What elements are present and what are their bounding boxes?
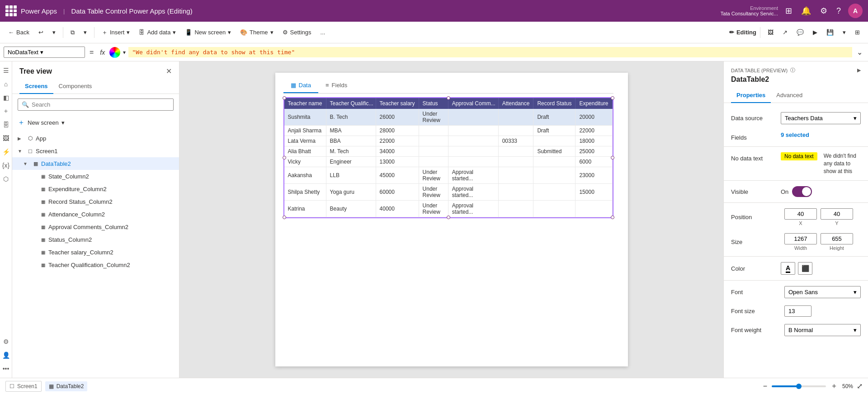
handle-tl[interactable]: [283, 96, 286, 100]
new-screen-button[interactable]: 📱 New screen ▾: [181, 27, 235, 38]
preview-icon[interactable]: 🖼: [764, 27, 777, 38]
datasource-dropdown[interactable]: Teachers Data ▾: [781, 112, 861, 124]
color-wheel-icon[interactable]: [109, 47, 120, 58]
settings-button[interactable]: ⚙ Settings: [279, 27, 315, 38]
home-icon[interactable]: ⌂: [0, 79, 11, 89]
fill-color-button[interactable]: ⬛: [798, 262, 812, 275]
components-icon[interactable]: ⬡: [0, 174, 11, 184]
tab-components[interactable]: Components: [53, 79, 98, 94]
data-icon[interactable]: 🗄: [0, 119, 11, 130]
handle-ml[interactable]: [283, 156, 286, 159]
settings-bottom-icon[interactable]: ⚙: [0, 336, 11, 347]
property-selector[interactable]: NoDataText ▾: [4, 47, 85, 58]
back-button[interactable]: ← Back: [5, 27, 33, 38]
media-icon[interactable]: 🖼: [0, 133, 11, 144]
tree-item-screen1[interactable]: ▼ □ Screen1: [12, 145, 179, 157]
data-table-container: ▦ Data ≡ Fields: [283, 78, 613, 218]
size-width-input[interactable]: [784, 233, 817, 244]
user-bottom-icon[interactable]: 👤: [0, 350, 11, 361]
font-dropdown[interactable]: Open Sans ▾: [784, 286, 861, 298]
tree-item-app[interactable]: ▶ ⬡ App: [12, 132, 179, 145]
tree-close-button[interactable]: ✕: [166, 67, 172, 75]
fit-screen-button[interactable]: ⤢: [857, 382, 863, 390]
notification-icon[interactable]: 🔔: [799, 4, 813, 18]
size-height-input[interactable]: [821, 233, 853, 244]
handle-tc[interactable]: [447, 96, 450, 100]
undo-button[interactable]: ↩: [35, 27, 47, 38]
search-input[interactable]: [32, 101, 170, 108]
waffle-icon[interactable]: [5, 5, 16, 16]
copilot-icon[interactable]: ⊞: [783, 4, 794, 18]
pos-x-input[interactable]: [784, 208, 817, 220]
tree-item-qualification-col[interactable]: ▦ Teacher Qualification_Column2: [12, 258, 179, 271]
zoom-out-button[interactable]: −: [761, 381, 769, 391]
tree-item-datatable2[interactable]: ▼ ▦ DataTable2: [12, 157, 179, 170]
more-button[interactable]: ...: [317, 27, 329, 38]
handle-bl[interactable]: [283, 216, 286, 219]
add-data-button[interactable]: 🗄 Add data ▾: [135, 27, 179, 38]
zoom-slider[interactable]: [772, 385, 826, 387]
font-size-input[interactable]: [784, 305, 811, 317]
handle-bc[interactable]: [447, 216, 450, 219]
sidebar-toggle-icon[interactable]: ⊞: [851, 27, 863, 38]
insert-button[interactable]: ＋ Insert ▾: [98, 26, 134, 39]
insert-icon[interactable]: ＋: [0, 106, 11, 117]
rp-tab-advanced[interactable]: Advanced: [771, 88, 808, 103]
hamburger-icon[interactable]: ☰: [0, 65, 11, 76]
dt-tab-data[interactable]: ▦ Data: [283, 78, 318, 93]
tree-item-status-col[interactable]: ▦ Status_Column2: [12, 233, 179, 246]
table-row[interactable]: Shilpa ShettyYoga guru60000Under ReviewA…: [284, 184, 613, 201]
user-avatar[interactable]: A: [848, 4, 863, 18]
font-color-button[interactable]: A: [781, 262, 795, 275]
tree-item-salary-col[interactable]: ▦ Teacher salary_Column2: [12, 246, 179, 258]
tree-item-recstatus-col[interactable]: ▦ Record Status_Column2: [12, 195, 179, 208]
datatable2-tab[interactable]: ▦ DataTable2: [45, 381, 88, 391]
handle-br[interactable]: [611, 216, 614, 219]
table-row[interactable]: VickyEngineer130006000: [284, 157, 613, 167]
rp-tab-properties[interactable]: Properties: [731, 88, 771, 103]
variables-icon[interactable]: {x}: [0, 160, 11, 171]
fontweight-dropdown[interactable]: B Normal ▾: [784, 324, 861, 336]
tree-item-state-col[interactable]: ▦ State_Column2: [12, 170, 179, 183]
fx-button[interactable]: fx: [98, 49, 107, 56]
rp-expand-icon[interactable]: ▶: [857, 67, 861, 73]
more-bottom-icon[interactable]: •••: [0, 363, 11, 374]
fields-count[interactable]: 9 selected: [781, 131, 809, 138]
undo-dropdown[interactable]: ▾: [49, 27, 59, 38]
pos-y-field: Y: [821, 208, 853, 226]
handle-tr[interactable]: [611, 96, 614, 100]
settings-icon[interactable]: ⚙: [818, 4, 829, 18]
new-screen-tree-button[interactable]: ＋ New screen ▾: [12, 115, 179, 130]
tree-item-exp-col[interactable]: ▦ Expenditure_Column2: [12, 183, 179, 195]
handle-mr[interactable]: [611, 156, 614, 159]
table-row[interactable]: Anjali SharmaMBA28000Draft22000: [284, 126, 613, 136]
help-circle-icon[interactable]: ⓘ: [790, 67, 795, 74]
share-icon[interactable]: ↗: [779, 27, 791, 38]
run-icon[interactable]: ▶: [809, 27, 821, 38]
copy-dropdown[interactable]: ▾: [80, 27, 90, 38]
visible-toggle[interactable]: [792, 186, 812, 197]
zoom-in-button[interactable]: ＋: [829, 380, 840, 392]
table-row[interactable]: Alia BhattM. Tech34000Submitted25000: [284, 146, 613, 157]
table-row[interactable]: Lata VermaBBA220000033318000: [284, 136, 613, 146]
expand-formula-icon[interactable]: ⌄: [855, 48, 864, 56]
power-automate-icon[interactable]: ⚡: [0, 146, 11, 157]
table-cell: Shilpa Shetty: [284, 184, 326, 201]
tree-item-approvalcomments-col[interactable]: ▦ Approval Comments_Column2: [12, 220, 179, 233]
table-row[interactable]: AakanshaLLB45000Under ReviewApproval sta…: [284, 167, 613, 184]
table-row[interactable]: KatrinaBeauty40000Under ReviewApproval s…: [284, 201, 613, 217]
layers-icon[interactable]: ◧: [0, 92, 11, 103]
formula-input[interactable]: [128, 47, 852, 57]
help-icon[interactable]: ?: [835, 5, 843, 18]
save-chevron[interactable]: ▾: [839, 27, 849, 38]
dt-tab-fields[interactable]: ≡ Fields: [318, 78, 354, 93]
tab-screens[interactable]: Screens: [19, 79, 53, 94]
theme-button[interactable]: 🎨 Theme ▾: [236, 27, 277, 38]
save-icon[interactable]: 💾: [823, 27, 837, 38]
table-row[interactable]: SushmitaB. Tech26000Under ReviewDraft200…: [284, 109, 613, 126]
copy-button[interactable]: ⧉: [67, 27, 78, 38]
screen1-tab[interactable]: ☐ Screen1: [5, 381, 42, 392]
pos-y-input[interactable]: [821, 208, 853, 220]
tree-item-attend-col[interactable]: ▦ Attendance_Column2: [12, 208, 179, 220]
comment-icon[interactable]: 💬: [793, 27, 807, 38]
